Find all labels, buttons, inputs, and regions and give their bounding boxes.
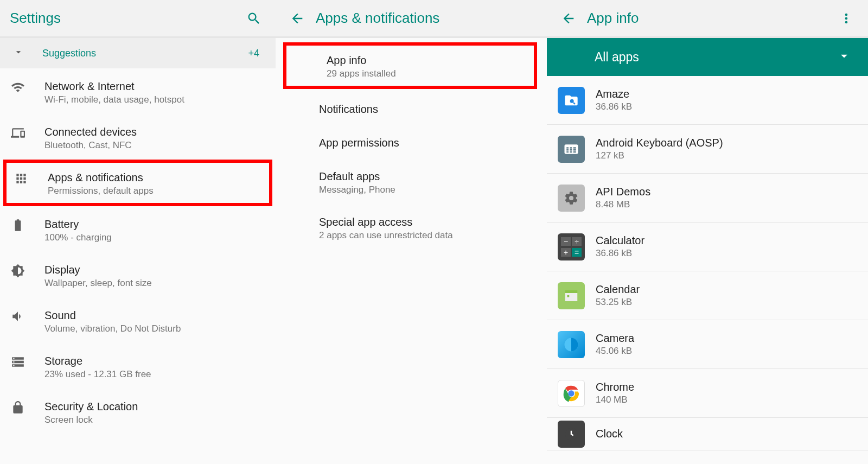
app-row-amaze[interactable]: Amaze 36.86 kB xyxy=(547,76,868,125)
more-vert-icon[interactable] xyxy=(834,7,858,30)
app-row-camera[interactable]: Camera 45.06 kB xyxy=(547,320,868,369)
settings-item-storage[interactable]: Storage 23% used - 12.31 GB free xyxy=(0,343,276,389)
settings-header: Settings xyxy=(0,0,276,38)
settings-title: Settings xyxy=(10,10,61,27)
app-name: Clock xyxy=(596,428,623,440)
app-name: Amaze xyxy=(596,88,632,100)
app-row-clock[interactable]: Clock xyxy=(547,418,868,450)
app-size: 140 MB xyxy=(596,395,634,405)
app-size: 8.48 MB xyxy=(596,199,650,210)
row-sub: 23% used - 12.31 GB free xyxy=(44,369,265,380)
row-title: Apps & notifications xyxy=(48,170,261,185)
app-name: Calculator xyxy=(596,234,644,247)
apps-item-permissions[interactable]: App permissions xyxy=(276,125,547,158)
suggestions-label: Suggestions xyxy=(42,48,248,59)
back-icon[interactable] xyxy=(557,7,580,30)
row-sub: Screen lock xyxy=(44,415,265,425)
settings-item-sound[interactable]: Sound Volume, vibration, Do Not Disturb xyxy=(0,297,276,343)
suggestions-row[interactable]: Suggestions +4 xyxy=(0,38,276,68)
row-title: Sound xyxy=(44,308,265,322)
app-info-header: App info xyxy=(547,0,868,38)
svg-rect-3 xyxy=(567,295,570,297)
settings-panel: Settings Suggestions +4 Network & Intern… xyxy=(0,0,276,464)
app-icon xyxy=(558,380,585,407)
app-name: Camera xyxy=(596,332,634,345)
apps-item-default[interactable]: Default apps Messaging, Phone xyxy=(276,158,547,204)
app-row-calculator[interactable]: − ÷ + = Calculator 36.86 kB xyxy=(547,223,868,271)
app-size: 36.86 kB xyxy=(596,101,632,112)
row-sub: 100% - charging xyxy=(44,232,265,243)
app-info-panel: App info All apps Amaze 36.86 kB Android… xyxy=(547,0,868,464)
apps-notif-panel: Apps & notifications App info 29 apps in… xyxy=(276,0,547,464)
apps-notif-title: Apps & notifications xyxy=(316,10,439,27)
app-size: 36.86 kB xyxy=(596,248,644,259)
row-title: App permissions xyxy=(319,136,536,150)
volume-icon xyxy=(11,308,44,323)
svg-rect-2 xyxy=(565,293,578,301)
row-title: Network & Internet xyxy=(44,79,265,93)
row-title: Connected devices xyxy=(44,125,265,139)
row-title: App info xyxy=(327,53,526,67)
row-title: Notifications xyxy=(319,102,536,116)
apps-item-appinfo[interactable]: App info 29 apps installed xyxy=(294,53,526,79)
app-icon xyxy=(558,87,585,114)
app-size: 127 kB xyxy=(596,150,723,161)
row-title: Battery xyxy=(44,217,265,231)
app-row-keyboard[interactable]: Android Keyboard (AOSP) 127 kB xyxy=(547,125,868,174)
row-sub: Volume, vibration, Do Not Disturb xyxy=(44,323,265,334)
row-sub: Messaging, Phone xyxy=(319,185,536,195)
settings-item-security[interactable]: Security & Location Screen lock xyxy=(0,389,276,434)
row-sub: Permissions, default apps xyxy=(48,186,261,196)
row-sub: 2 apps can use unrestricted data xyxy=(319,230,536,241)
apps-item-special[interactable]: Special app access 2 apps can use unrest… xyxy=(276,204,547,250)
back-icon[interactable] xyxy=(285,7,309,30)
filter-label: All apps xyxy=(595,50,639,65)
row-sub: Bluetooth, Cast, NFC xyxy=(44,140,265,151)
row-sub: 29 apps installed xyxy=(327,68,526,79)
app-size: 45.06 kB xyxy=(596,346,634,357)
settings-item-connected[interactable]: Connected devices Bluetooth, Cast, NFC xyxy=(0,114,276,160)
app-name: Calendar xyxy=(596,283,640,296)
settings-item-battery[interactable]: Battery 100% - charging xyxy=(0,206,276,252)
brightness-icon xyxy=(11,263,44,278)
app-name: Chrome xyxy=(596,381,634,393)
app-row-calendar[interactable]: Calendar 53.25 kB xyxy=(547,271,868,320)
chevron-down-icon xyxy=(13,47,24,60)
apps-item-notifications[interactable]: Notifications xyxy=(276,91,547,125)
app-icon xyxy=(558,421,585,448)
app-icon xyxy=(558,331,585,358)
app-icon xyxy=(558,185,585,212)
svg-rect-1 xyxy=(565,290,578,293)
chevron-down-icon xyxy=(837,48,852,66)
app-row-chrome[interactable]: Chrome 140 MB xyxy=(547,369,868,418)
row-title: Security & Location xyxy=(44,399,265,414)
apps-notif-header: Apps & notifications xyxy=(276,0,547,38)
app-name: Android Keyboard (AOSP) xyxy=(596,137,723,149)
app-icon xyxy=(558,136,585,163)
search-icon[interactable] xyxy=(242,7,266,30)
app-row-apidemos[interactable]: API Demos 8.48 MB xyxy=(547,174,868,223)
row-title: Storage xyxy=(44,354,265,368)
app-name: API Demos xyxy=(596,186,650,198)
settings-item-apps[interactable]: Apps & notifications Permissions, defaul… xyxy=(3,160,272,206)
app-info-title: App info xyxy=(587,10,639,27)
app-size: 53.25 kB xyxy=(596,297,640,308)
app-info-row-highlight: App info 29 apps installed xyxy=(283,42,537,89)
storage-icon xyxy=(11,354,44,369)
svg-point-0 xyxy=(570,99,574,103)
battery-icon xyxy=(11,217,44,232)
row-title: Display xyxy=(44,263,265,277)
lock-icon xyxy=(11,399,44,415)
filter-all-apps[interactable]: All apps xyxy=(547,38,868,76)
apps-grid-icon xyxy=(14,170,48,186)
suggestions-count: +4 xyxy=(248,48,259,59)
wifi-icon xyxy=(11,79,44,94)
row-sub: Wallpaper, sleep, font size xyxy=(44,278,265,289)
devices-icon xyxy=(11,125,44,140)
row-title: Special app access xyxy=(319,215,536,229)
row-sub: Wi-Fi, mobile, data usage, hotspot xyxy=(44,94,265,105)
row-title: Default apps xyxy=(319,169,536,183)
settings-item-display[interactable]: Display Wallpaper, sleep, font size xyxy=(0,252,276,297)
settings-item-network[interactable]: Network & Internet Wi-Fi, mobile, data u… xyxy=(0,68,276,114)
app-icon: − ÷ + = xyxy=(558,233,585,260)
